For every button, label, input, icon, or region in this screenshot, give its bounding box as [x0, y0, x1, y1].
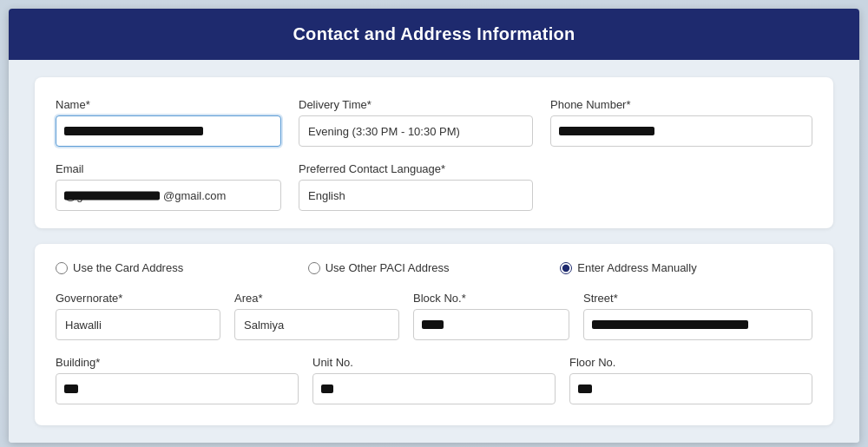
phone-input[interactable] [550, 115, 812, 147]
radio-manual-label: Enter Address Manually [577, 261, 696, 274]
floor-label: Floor No. [569, 356, 812, 369]
address-radio-row: Use the Card Address Use Other PACI Addr… [56, 261, 812, 274]
contact-row-1: Name* Delivery Time* Evening (3:30 PM - … [56, 98, 812, 147]
language-select[interactable]: English Arabic [299, 180, 533, 211]
unit-input[interactable] [312, 373, 556, 404]
street-label: Street* [583, 292, 812, 305]
governorate-label: Governorate* [56, 292, 220, 305]
language-label: Preferred Contact Language* [299, 162, 533, 175]
floor-group: Floor No. [569, 356, 812, 404]
phone-label: Phone Number* [550, 98, 812, 111]
building-label: Building* [56, 356, 299, 369]
unit-label: Unit No. [312, 356, 556, 369]
radio-card-address[interactable]: Use the Card Address [56, 261, 308, 274]
delivery-time-group: Delivery Time* Evening (3:30 PM - 10:30 … [299, 98, 533, 147]
name-label: Name* [56, 98, 281, 111]
radio-paci-address[interactable]: Use Other PACI Address [308, 261, 561, 274]
email-input[interactable] [56, 180, 281, 211]
building-input[interactable] [56, 373, 299, 404]
content-area: Name* Delivery Time* Evening (3:30 PM - … [9, 60, 859, 443]
street-input[interactable] [583, 309, 812, 340]
radio-paci-label: Use Other PACI Address [326, 261, 450, 274]
radio-paci-input[interactable] [308, 262, 320, 274]
radio-manual-input[interactable] [560, 262, 572, 274]
email-group: Email @gmail.com [56, 162, 281, 211]
block-group: Block No.* [413, 292, 569, 340]
delivery-time-select[interactable]: Evening (3:30 PM - 10:30 PM) [299, 115, 533, 147]
name-input[interactable] [56, 115, 281, 147]
page-title: Contact and Address Information [9, 9, 859, 60]
main-container: Contact and Address Information Name* De… [9, 9, 859, 443]
delivery-time-label: Delivery Time* [299, 98, 533, 111]
floor-input[interactable] [569, 373, 812, 404]
street-group: Street* [583, 292, 812, 340]
block-label: Block No.* [413, 292, 569, 305]
name-group: Name* [56, 98, 281, 147]
contact-info-card: Name* Delivery Time* Evening (3:30 PM - … [35, 77, 833, 228]
address-row-1: Governorate* Hawalli Kuwait City Ahmadi … [56, 292, 812, 340]
governorate-select[interactable]: Hawalli Kuwait City Ahmadi [56, 309, 220, 340]
building-group: Building* [56, 356, 299, 404]
block-input[interactable] [413, 309, 569, 340]
area-label: Area* [234, 292, 399, 305]
address-card: Use the Card Address Use Other PACI Addr… [35, 244, 833, 425]
governorate-group: Governorate* Hawalli Kuwait City Ahmadi [56, 292, 220, 340]
phone-group: Phone Number* [550, 98, 812, 147]
radio-manual-address[interactable]: Enter Address Manually [560, 261, 812, 274]
email-label: Email [56, 162, 281, 175]
contact-row-2: Email @gmail.com Preferred Contact Langu… [56, 162, 812, 211]
radio-card-input[interactable] [56, 262, 68, 274]
area-group: Area* Salmiya Rumaithiya [234, 292, 399, 340]
radio-card-label: Use the Card Address [73, 261, 183, 274]
unit-group: Unit No. [312, 356, 556, 404]
address-row-2: Building* Unit No. [56, 356, 812, 404]
language-group: Preferred Contact Language* English Arab… [299, 162, 533, 211]
area-select[interactable]: Salmiya Rumaithiya [234, 309, 399, 340]
